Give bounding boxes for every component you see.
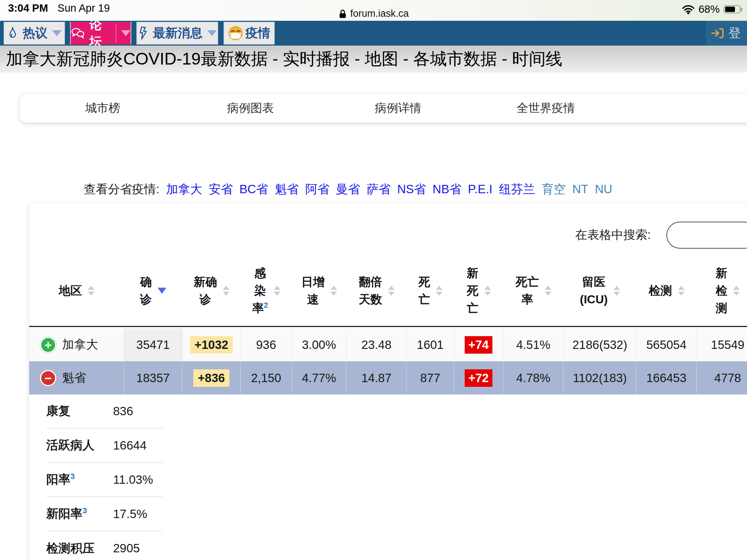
collapse-row-button[interactable]: − xyxy=(40,370,56,386)
detail-label: 康复 xyxy=(46,403,113,419)
chat-bubbles-icon xyxy=(71,27,85,39)
new-deaths-badge: +74 xyxy=(465,336,492,354)
nav-button-label: 热议 xyxy=(23,25,47,42)
new-tested-cell: 4778 xyxy=(697,361,747,394)
status-bar: 3:04 PM Sun Apr 19 forum.iask.ca 68% xyxy=(0,0,747,21)
detail-row-active-cases: 活跃病人 16644 xyxy=(46,428,162,463)
table-search-input[interactable] xyxy=(666,222,747,249)
province-link-nt[interactable]: NT xyxy=(572,182,588,196)
new-confirmed-badge: +836 xyxy=(193,369,229,387)
chevron-down-icon xyxy=(207,30,217,36)
column-header-doubling-days[interactable]: 翻倍 天数 xyxy=(347,255,407,326)
infection-rate-cell: 2,150 xyxy=(241,361,292,394)
new-deaths-badge: +72 xyxy=(465,369,492,387)
nav-button-forum[interactable]: 论坛 xyxy=(70,22,131,44)
region-name: 加拿大 xyxy=(62,337,98,353)
lightning-icon xyxy=(138,26,148,40)
chevron-down-icon xyxy=(52,30,62,36)
battery-percent: 68% xyxy=(698,3,720,15)
infection-rate-cell: 936 xyxy=(241,328,292,361)
province-link-pei[interactable]: P.E.I xyxy=(468,182,492,196)
detail-label: 新阳率3 xyxy=(46,506,113,522)
province-links-label: 查看分省疫情: xyxy=(84,181,159,198)
nav-button-hot-topics[interactable]: 热议 xyxy=(4,22,65,44)
deaths-cell: 1601 xyxy=(407,328,454,361)
detail-row-positivity-rate: 阳率3 11.03% xyxy=(46,463,162,497)
region-cell: + 加拿大 xyxy=(29,328,124,361)
region-name: 魁省 xyxy=(62,370,86,386)
confirmed-cell: 18357 xyxy=(124,361,182,394)
chevron-down-icon xyxy=(121,30,131,36)
column-header-confirmed[interactable]: 确 诊 xyxy=(124,255,182,326)
nav-button-latest-news[interactable]: 最新消息 xyxy=(136,22,218,44)
detail-value: 11.03% xyxy=(113,473,153,487)
column-header-icu[interactable]: 留医 (ICU) xyxy=(564,255,636,326)
expand-row-button[interactable]: + xyxy=(40,337,56,353)
province-link-nu[interactable]: NU xyxy=(595,182,612,196)
detail-value: 2905 xyxy=(113,541,140,555)
nav-button-label: 最新消息 xyxy=(153,25,202,42)
detail-label: 活跃病人 xyxy=(46,437,113,454)
sort-icon xyxy=(330,286,337,296)
sort-icon xyxy=(678,286,685,296)
page-title: 加拿大新冠肺炎COVID-19最新数据 - 实时播报 - 地图 - 各城市数据 … xyxy=(6,48,562,70)
sort-icon xyxy=(88,286,94,296)
province-link-nl[interactable]: 纽芬兰 xyxy=(499,181,535,198)
detail-value: 16644 xyxy=(113,439,147,452)
province-link-yukon[interactable]: 育空 xyxy=(542,181,566,198)
mask-face-icon xyxy=(228,26,243,41)
wifi-icon xyxy=(682,5,694,14)
nav-button-epidemic[interactable]: 疫情 xyxy=(224,22,275,44)
province-link-qc[interactable]: 魁省 xyxy=(275,181,299,198)
page-title-bar: 加拿大新冠肺炎COVID-19最新数据 - 实时播报 - 地图 - 各城市数据 … xyxy=(0,46,747,73)
column-header-region[interactable]: 地区 xyxy=(29,255,124,326)
tab-world-epidemic[interactable]: 全世界疫情 xyxy=(472,100,620,116)
province-link-mb[interactable]: 曼省 xyxy=(336,181,360,198)
detail-label: 检测积压 xyxy=(46,540,113,557)
divider xyxy=(116,24,116,43)
column-header-daily-growth[interactable]: 日增 速 xyxy=(292,255,347,326)
column-header-new-tested[interactable]: 新 检 测 xyxy=(697,255,747,326)
tab-case-details[interactable]: 病例详情 xyxy=(324,100,472,116)
province-link-nb[interactable]: NB省 xyxy=(433,181,461,198)
status-time: 3:04 PM xyxy=(8,2,48,14)
daily-growth-cell: 4.77% xyxy=(292,361,347,394)
detail-row-new-positivity-rate: 新阳率3 17.5% xyxy=(46,497,162,531)
tab-case-charts[interactable]: 病例图表 xyxy=(177,100,324,116)
new-tested-cell: 15549 xyxy=(697,328,747,361)
province-link-on[interactable]: 安省 xyxy=(209,181,233,198)
table-search-label: 在表格中搜索: xyxy=(575,227,651,243)
death-rate-cell: 4.78% xyxy=(503,361,564,394)
new-confirmed-badge: +1032 xyxy=(190,336,233,354)
deaths-cell: 877 xyxy=(407,361,454,394)
tab-city-ranking[interactable]: 城市榜 xyxy=(29,100,177,116)
icu-cell: 1102(183) xyxy=(564,361,636,394)
lock-icon xyxy=(338,9,347,19)
column-header-death-rate[interactable]: 死亡 率 xyxy=(503,255,564,326)
doubling-days-cell: 23.48 xyxy=(347,328,407,361)
column-header-deaths[interactable]: 死 亡 xyxy=(407,255,454,326)
confirmed-cell: 35471 xyxy=(124,328,182,361)
screen: 3:04 PM Sun Apr 19 forum.iask.ca 68% xyxy=(0,0,747,560)
detail-value: 17.5% xyxy=(113,507,147,521)
column-header-tested[interactable]: 检测 xyxy=(636,255,697,326)
province-link-ab[interactable]: 阿省 xyxy=(305,181,329,198)
column-header-infection-rate[interactable]: 感 染 率2 xyxy=(241,255,292,326)
detail-row-recovered: 康复 836 xyxy=(46,394,162,428)
new-deaths-cell: +74 xyxy=(454,328,503,361)
login-button[interactable]: 登 xyxy=(706,21,747,46)
province-link-bc[interactable]: BC省 xyxy=(239,181,268,198)
column-header-new-confirmed[interactable]: 新确 诊 xyxy=(182,255,241,326)
column-header-new-deaths[interactable]: 新 死 亡 xyxy=(454,255,503,326)
url-text: forum.iask.ca xyxy=(350,8,409,19)
province-link-ns[interactable]: NS省 xyxy=(397,181,426,198)
address-bar[interactable]: forum.iask.ca xyxy=(338,8,409,19)
sort-icon xyxy=(388,286,395,296)
nav-button-label: 疫情 xyxy=(245,25,270,42)
flame-icon xyxy=(7,27,18,40)
new-confirmed-cell: +1032 xyxy=(182,328,241,361)
status-date: Sun Apr 19 xyxy=(58,2,110,14)
province-link-canada[interactable]: 加拿大 xyxy=(166,181,202,198)
province-link-sk[interactable]: 萨省 xyxy=(367,181,391,198)
death-rate-cell: 4.51% xyxy=(503,328,564,361)
